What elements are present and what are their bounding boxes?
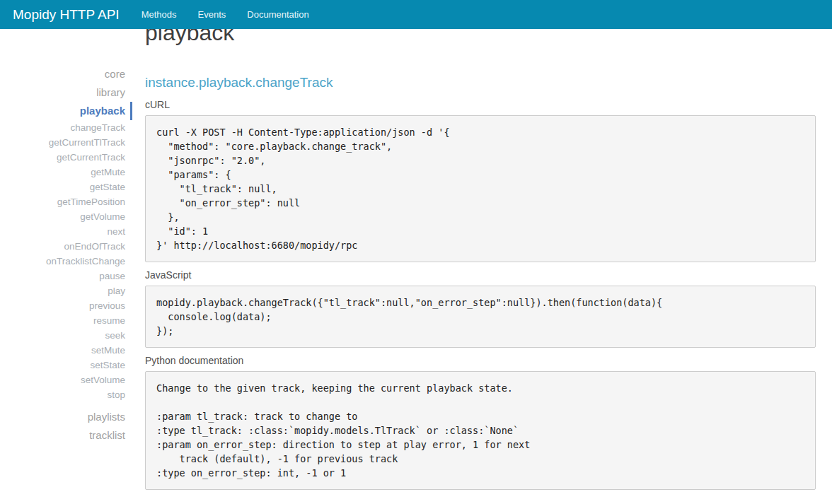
sidebar-item-getmute[interactable]: getMute	[0, 165, 132, 180]
sidebar-item-stop[interactable]: stop	[0, 387, 132, 402]
header-nav: Methods Events Documentation	[131, 0, 320, 29]
nav-item-methods[interactable]: Methods	[131, 0, 187, 29]
brand-title[interactable]: Mopidy HTTP API	[0, 7, 120, 23]
sidebar-item-setmute[interactable]: setMute	[0, 343, 132, 358]
sidebar-item-core[interactable]: core	[0, 65, 132, 83]
sidebar-item-gettimeposition[interactable]: getTimePosition	[0, 194, 132, 209]
sidebar-item-getcurrenttrack[interactable]: getCurrentTrack	[0, 150, 132, 165]
sidebar-item-pause[interactable]: pause	[0, 269, 132, 283]
sidebar-item-library[interactable]: library	[0, 83, 132, 102]
sidebar-item-getstate[interactable]: getState	[0, 180, 132, 194]
sidebar-item-resume[interactable]: resume	[0, 313, 132, 328]
code-section-javascript: JavaScript mopidy.playback.changeTrack({…	[145, 269, 816, 348]
sidebar-item-getvolume[interactable]: getVolume	[0, 209, 132, 224]
header-bar: Mopidy HTTP API Methods Events Documenta…	[0, 0, 832, 29]
code-block: curl -X POST -H Content-Type:application…	[145, 115, 816, 262]
code-section-label: JavaScript	[145, 269, 816, 282]
sidebar-item-playback[interactable]: playback	[0, 102, 132, 120]
nav-item-events[interactable]: Events	[187, 0, 237, 29]
sidebar-item-next[interactable]: next	[0, 224, 132, 239]
sidebar-item-play[interactable]: play	[0, 283, 132, 298]
sidebar-item-playlists[interactable]: playlists	[0, 408, 132, 426]
code-section-label: Python documentation	[145, 354, 816, 368]
code-section-curl: cURL curl -X POST -H Content-Type:applic…	[145, 98, 816, 262]
sidebar-item-onendoftrack[interactable]: onEndOfTrack	[0, 239, 132, 254]
sidebar-nav: core library playback changeTrack getCur…	[0, 65, 132, 445]
sidebar-item-setstate[interactable]: setState	[0, 358, 132, 373]
method-section-title[interactable]: instance.playback.changeTrack	[145, 74, 816, 91]
sidebar-item-seek[interactable]: seek	[0, 328, 132, 343]
sidebar-item-ontracklistchange[interactable]: onTracklistChange	[0, 254, 132, 269]
sidebar-item-setvolume[interactable]: setVolume	[0, 373, 132, 387]
code-sections: cURL curl -X POST -H Content-Type:applic…	[145, 98, 816, 490]
nav-item-documentation[interactable]: Documentation	[236, 0, 319, 29]
code-section-label: cURL	[145, 98, 816, 112]
code-section-python-documentation: Python documentation Change to the given…	[145, 354, 816, 490]
code-block: mopidy.playback.changeTrack({"tl_track":…	[145, 286, 816, 348]
sidebar-item-previous[interactable]: previous	[0, 298, 132, 313]
code-block: Change to the given track, keeping the c…	[145, 371, 816, 490]
sidebar-item-getcurrenttltrack[interactable]: getCurrentTlTrack	[0, 135, 132, 150]
sidebar-item-tracklist[interactable]: tracklist	[0, 426, 132, 445]
sidebar-item-changetrack[interactable]: changeTrack	[0, 120, 132, 135]
main-content: playback instance.playback.changeTrack c…	[145, 18, 816, 504]
